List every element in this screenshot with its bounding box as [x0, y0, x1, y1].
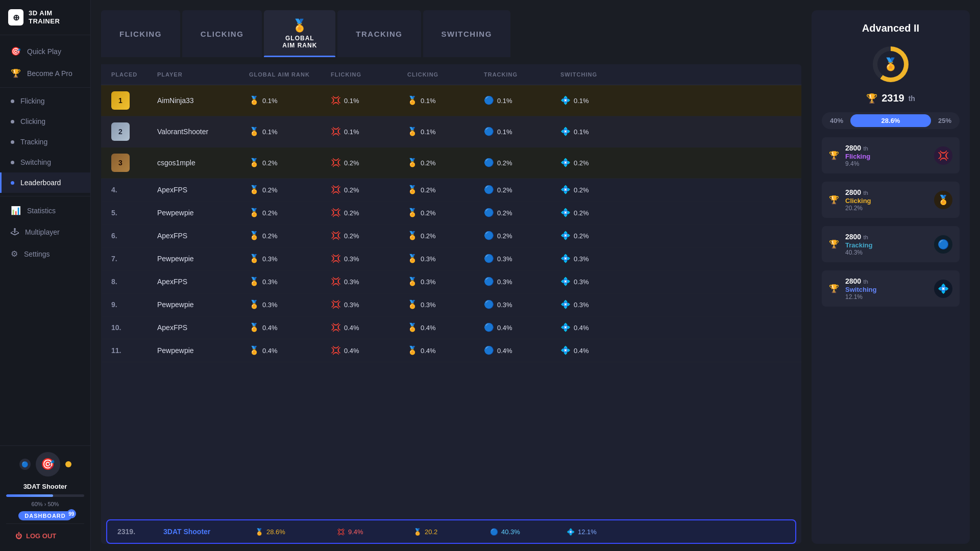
score-value-flicking: 0.1%: [344, 128, 359, 136]
progress-seg-left[interactable]: 40%: [825, 115, 848, 127]
score-icon-global: 🏅: [249, 127, 259, 137]
logo-area[interactable]: ⊕ 3D AIM TRAINER: [0, 0, 90, 35]
rank-circle-wrap: 🏅: [822, 46, 960, 82]
table-row[interactable]: 11. Pewpewpie 🏅 0.4% 💢 0.4% 🏅 0.4% 🔵 0.4…: [101, 339, 801, 362]
score-value-tracking: 0.4%: [497, 324, 512, 332]
table-row[interactable]: 10. ApexFPS 🏅 0.4% 💢 0.4% 🏅 0.4% 🔵 0.4%: [101, 316, 801, 339]
stat-pos-num-switching: 2800: [845, 277, 861, 285]
rank-number: 8.: [111, 278, 117, 286]
stat-cat-switching: Switching: [845, 286, 928, 293]
score-value-global: 0.2%: [262, 186, 278, 194]
tab-tracking[interactable]: TRACKING: [337, 10, 421, 57]
user-name: 3DAT Shooter: [23, 483, 67, 490]
score-cell-tracking: 🔵 0.3%: [484, 299, 560, 310]
rank-circle-inner: 🏅: [877, 51, 904, 78]
table-row[interactable]: 6. ApexFPS 🏅 0.2% 💢 0.2% 🏅 0.2% 🔵 0.2%: [101, 224, 801, 247]
table-row[interactable]: 4. ApexFPS 🏅 0.2% 💢 0.2% 🏅 0.2% 🔵 0.2%: [101, 179, 801, 202]
logout-button[interactable]: ⏻ LOG OUT: [6, 527, 84, 545]
score-cell-tracking: 🔵 0.2%: [484, 158, 560, 168]
progress-seg-active[interactable]: 28.6%: [850, 114, 931, 127]
rank-position-number: 2319: [881, 92, 904, 104]
score-value-global: 0.2%: [262, 209, 278, 217]
user-icons-row: 🔵 🎯: [19, 452, 71, 477]
stat-trophy-flicking: 🏆: [829, 151, 839, 160]
sidebar-label-leaderboard: Leaderboard: [20, 179, 61, 187]
tab-clicking[interactable]: CLICKING: [182, 10, 262, 57]
score-value-clicking: 0.3%: [421, 278, 436, 286]
score-value-clicking: 0.1%: [421, 97, 436, 105]
table-row[interactable]: 7. Pewpewpie 🏅 0.3% 💢 0.3% 🏅 0.3% 🔵 0.3%: [101, 247, 801, 270]
score-icon-switching: 💠: [560, 208, 571, 218]
score-icon-clicking: 🏅: [407, 322, 418, 333]
score-icon-flicking: 💢: [331, 277, 341, 287]
sidebar-item-tracking[interactable]: Tracking: [0, 132, 90, 152]
score-value-tracking: 0.2%: [497, 209, 512, 217]
score-cell-tracking: 🔵 0.4%: [484, 322, 560, 333]
score-value-flicking: 0.3%: [344, 278, 359, 286]
table-row[interactable]: 3 csgos1mple 🏅 0.2% 💢 0.2% 🏅 0.2% 🔵 0.2%: [101, 147, 801, 179]
sidebar-item-settings[interactable]: ⚙ Settings: [0, 243, 90, 265]
tabs-row: FLICKING CLICKING 🏅 GLOBALAIM RANK TRACK…: [101, 10, 801, 57]
rank-number: 11.: [111, 346, 121, 355]
app-name: 3D AIM TRAINER: [29, 9, 82, 25]
stat-pos-num-clicking: 2800: [845, 188, 861, 196]
sidebar-label-flicking: Flicking: [20, 97, 44, 105]
sidebar-label-tracking: Tracking: [20, 138, 47, 146]
sidebar-divider-2: [0, 196, 90, 196]
table-row[interactable]: 2 ValorantShooter 🏅 0.1% 💢 0.1% 🏅 0.1% 🔵…: [101, 116, 801, 147]
dashboard-button[interactable]: DASHBOARD: [18, 511, 72, 520]
stat-trophy-switching: 🏆: [829, 284, 839, 293]
sidebar-item-clicking[interactable]: Clicking: [0, 111, 90, 132]
rank-cell: 10.: [111, 323, 157, 332]
score-icon-global: 🏅: [249, 345, 259, 356]
tab-global-aim-rank[interactable]: 🏅 GLOBALAIM RANK: [264, 10, 335, 57]
progress-seg-right[interactable]: 25%: [933, 115, 957, 127]
score-value-flicking: 0.2%: [344, 232, 359, 240]
score-cell-switching: 💠 0.2%: [560, 231, 637, 241]
score-value-switching: 0.2%: [574, 159, 589, 167]
right-panel: Advanced II 🏅 🏆 2319 th 40% 28.6% 25% 🏆 …: [812, 10, 970, 544]
score-value-tracking: 0.3%: [497, 255, 512, 263]
score-cell-flicking: 💢 0.2%: [331, 158, 407, 168]
score-cell-global: 🏅 0.1%: [249, 95, 331, 106]
sidebar-item-leaderboard[interactable]: Leaderboard: [0, 172, 90, 193]
sidebar-item-flicking[interactable]: Flicking: [0, 91, 90, 111]
stat-pct-tracking: 40.3%: [845, 249, 928, 256]
stat-card-tracking: 🏆 2800 th Tracking 40.3% 🔵: [822, 226, 960, 262]
sidebar-item-statistics[interactable]: 📊 Statistics: [0, 199, 90, 221]
dashboard-wrap: DASHBOARD 99: [18, 511, 72, 520]
stat-icon-tracking: 🔵: [934, 235, 952, 254]
score-cell-global: 🏅 0.4%: [249, 345, 331, 356]
rank-number: 6.: [111, 232, 117, 240]
stat-pct-clicking: 20.2%: [845, 205, 928, 212]
clicking-cat-icon: 🏅: [938, 194, 949, 206]
score-cell-flicking: 💢 0.2%: [331, 208, 407, 218]
table-row[interactable]: 1 AimNinja33 🏅 0.1% 💢 0.1% 🏅 0.1% 🔵 0.1%: [101, 85, 801, 116]
stat-info-clicking: 2800 th Clicking 20.2%: [845, 188, 928, 212]
score-value-switching: 0.2%: [574, 186, 589, 194]
score-cell-switching: 💠 0.3%: [560, 254, 637, 264]
sidebar-item-become-pro[interactable]: 🏆 Become A Pro: [0, 62, 90, 84]
score-value-tracking: 0.2%: [497, 159, 512, 167]
sidebar-item-switching[interactable]: Switching: [0, 152, 90, 172]
score-cell-clicking: 🏅 0.4%: [407, 322, 484, 333]
score-value-tracking: 0.1%: [497, 97, 512, 105]
score-value-global: 0.3%: [262, 278, 278, 286]
table-row[interactable]: 8. ApexFPS 🏅 0.3% 💢 0.3% 🏅 0.3% 🔵 0.3%: [101, 270, 801, 293]
table-row[interactable]: 9. Pewpewpie 🏅 0.3% 💢 0.3% 🏅 0.3% 🔵 0.3%: [101, 293, 801, 316]
sidebar-item-quick-play[interactable]: 🎯 Quick Play: [0, 40, 90, 62]
score-value-global: 0.2%: [262, 232, 278, 240]
my-flicking-value: 9.4%: [348, 528, 363, 536]
score-icon-switching: 💠: [560, 299, 571, 310]
sidebar-item-multiplayer[interactable]: 🕹 Multiplayer: [0, 221, 90, 243]
tab-global-label: GLOBALAIM RANK: [282, 35, 317, 49]
score-cell-flicking: 💢 0.4%: [331, 322, 407, 333]
rank-cell: 9.: [111, 300, 157, 309]
score-icon-clicking: 🏅: [407, 208, 418, 218]
tab-switching[interactable]: SWITCHING: [423, 10, 510, 57]
tracking-cat-icon: 🔵: [938, 239, 949, 250]
tab-flicking[interactable]: FLICKING: [101, 10, 180, 57]
score-icon-clicking: 🏅: [407, 254, 418, 264]
table-row[interactable]: 5. Pewpewpie 🏅 0.2% 💢 0.2% 🏅 0.2% 🔵 0.2%: [101, 202, 801, 224]
score-cell-flicking: 💢 0.3%: [331, 277, 407, 287]
